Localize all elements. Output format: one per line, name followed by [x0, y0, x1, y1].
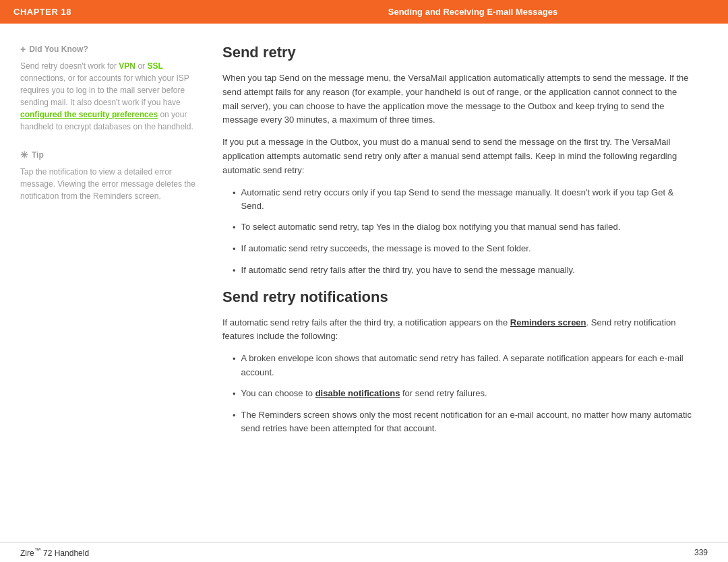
- disable-notifications-link[interactable]: disable notifications: [315, 388, 400, 398]
- bullet-text: Automatic send retry occurs only if you …: [241, 186, 694, 214]
- section2: Send retry notifications If automatic se…: [222, 288, 694, 437]
- section1-para1: When you tap Send on the message menu, t…: [222, 71, 694, 127]
- bullet-text: If automatic send retry fails after the …: [241, 263, 575, 278]
- header-title: Sending and Receiving E-mail Messages: [218, 7, 728, 17]
- section1-title: Send retry: [222, 44, 694, 61]
- tip-header: ✳ Tip: [20, 150, 195, 160]
- vpn-text: VPN: [119, 61, 135, 71]
- section1-bullets: • Automatic send retry occurs only if yo…: [233, 186, 694, 278]
- plus-icon: +: [20, 44, 26, 55]
- bullet-dot: •: [233, 409, 236, 423]
- did-you-know-label: Did You Know?: [29, 44, 88, 54]
- did-you-know-section: + Did You Know? Send retry doesn't work …: [20, 44, 195, 133]
- brand-name: Zire: [20, 549, 34, 558]
- list-item: • Automatic send retry occurs only if yo…: [233, 186, 694, 214]
- model-name: 72 Handheld: [41, 549, 89, 558]
- page-number: 339: [694, 548, 708, 557]
- section1-para2: If you put a message in the Outbox, you …: [222, 135, 694, 177]
- did-you-know-text-1: Send retry doesn't work for: [20, 61, 119, 71]
- sidebar: + Did You Know? Send retry doesn't work …: [0, 24, 209, 542]
- bullet-dot: •: [233, 221, 236, 235]
- tip-label: Tip: [32, 150, 44, 160]
- header-bar: CHAPTER 18 Sending and Receiving E-mail …: [0, 0, 728, 24]
- list-item: • The Reminders screen shows only the mo…: [233, 408, 694, 437]
- tip-section: ✳ Tip Tap the notification to view a det…: [20, 150, 195, 202]
- section2-bullets: • A broken envelope icon shows that auto…: [233, 352, 694, 436]
- trademark-symbol: ™: [34, 547, 41, 554]
- bullet-dot: •: [233, 243, 236, 257]
- configured-link[interactable]: configured the security preferences: [20, 110, 158, 119]
- list-item: • A broken envelope icon shows that auto…: [233, 352, 694, 380]
- list-item: • If automatic send retry succeeds, the …: [233, 242, 694, 257]
- asterisk-icon: ✳: [20, 150, 28, 160]
- bullet-dot: •: [233, 387, 236, 402]
- list-item: • To select automatic send retry, tap Ye…: [233, 220, 694, 235]
- footer: Zire™ 72 Handheld 339: [0, 542, 728, 562]
- did-you-know-header: + Did You Know?: [20, 44, 195, 55]
- section1: Send retry When you tap Send on the mess…: [222, 44, 694, 278]
- ssl-text: SSL: [147, 61, 162, 71]
- chapter-label: CHAPTER 18: [0, 7, 218, 17]
- bullet-dot: •: [233, 352, 236, 367]
- bullet-text: A broken envelope icon shows that automa…: [241, 352, 694, 380]
- reminders-screen-link[interactable]: Reminders screen: [510, 317, 586, 327]
- bullet-dot: •: [233, 187, 236, 201]
- section2-title: Send retry notifications: [222, 288, 694, 306]
- bullet-text: If automatic send retry succeeds, the me…: [241, 242, 531, 256]
- section2-para1-before: If automatic send retry fails after the …: [222, 317, 510, 327]
- tip-text: Tap the notification to view a detailed …: [20, 166, 195, 202]
- bullet-dot: •: [233, 264, 236, 278]
- or-text: or: [135, 61, 147, 71]
- bullet-text: The Reminders screen shows only the most…: [241, 408, 694, 437]
- bullet-text: To select automatic send retry, tap Yes …: [241, 220, 621, 235]
- did-you-know-text: Send retry doesn't work for VPN or SSL c…: [20, 60, 195, 133]
- did-you-know-text-2: connections, or for accounts for which y…: [20, 73, 189, 107]
- content-area: Send retry When you tap Send on the mess…: [209, 24, 728, 542]
- bullet-text: You can choose to disable notifications …: [241, 387, 487, 401]
- list-item: • If automatic send retry fails after th…: [233, 263, 694, 278]
- main-content: + Did You Know? Send retry doesn't work …: [0, 24, 728, 542]
- list-item: • You can choose to disable notification…: [233, 387, 694, 402]
- footer-brand: Zire™ 72 Handheld: [20, 547, 89, 558]
- section2-para1: If automatic send retry fails after the …: [222, 316, 694, 344]
